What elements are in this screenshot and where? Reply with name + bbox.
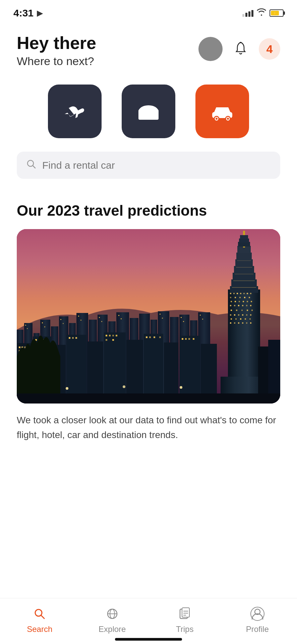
svg-point-160 [180, 386, 182, 389]
svg-rect-105 [233, 293, 235, 294]
svg-rect-147 [242, 322, 243, 324]
svg-rect-50 [200, 315, 201, 316]
svg-rect-154 [237, 260, 251, 261]
nav-trips[interactable]: Trips [165, 605, 205, 634]
search-input[interactable] [42, 160, 271, 171]
nav-profile[interactable]: Profile [237, 605, 278, 634]
search-nav-icon [31, 605, 48, 623]
svg-rect-59 [144, 334, 163, 404]
svg-rect-41 [80, 320, 81, 321]
search-bar-container[interactable] [17, 152, 280, 179]
svg-rect-36 [42, 322, 43, 323]
svg-rect-88 [188, 338, 190, 340]
cars-button[interactable] [195, 85, 249, 138]
search-section [0, 148, 297, 189]
svg-rect-113 [239, 297, 241, 298]
svg-rect-34 [25, 325, 26, 326]
svg-rect-85 [159, 336, 161, 338]
predictions-title: Our 2023 travel predictions [17, 202, 280, 219]
svg-rect-124 [238, 305, 239, 306]
svg-rect-83 [149, 336, 151, 338]
svg-rect-63 [19, 346, 20, 348]
svg-rect-149 [250, 322, 251, 324]
svg-rect-43 [101, 321, 102, 322]
nav-search[interactable]: Search [19, 605, 60, 634]
svg-rect-78 [112, 335, 114, 336]
svg-rect-38 [60, 319, 61, 320]
svg-point-158 [66, 387, 68, 390]
search-bar-icon [26, 159, 36, 171]
svg-rect-143 [249, 318, 251, 320]
svg-rect-112 [235, 297, 236, 298]
notification-button[interactable] [231, 39, 251, 59]
explore-nav-label: Explore [99, 625, 126, 634]
svg-point-8 [216, 118, 218, 120]
home-indicator [115, 638, 182, 641]
svg-point-159 [123, 385, 125, 388]
hotels-button[interactable] [122, 85, 175, 138]
explore-nav-icon [104, 605, 121, 623]
svg-rect-136 [242, 314, 243, 316]
svg-rect-140 [235, 318, 237, 320]
signal-bar-1 [242, 14, 244, 17]
notification-badge[interactable]: 4 [259, 38, 280, 60]
svg-rect-74 [72, 337, 74, 339]
svg-rect-137 [246, 314, 247, 316]
svg-rect-118 [239, 301, 240, 302]
avatar [198, 37, 223, 61]
svg-rect-57 [104, 332, 126, 404]
svg-rect-146 [238, 322, 239, 324]
predictions-description: We took a closer look at our data to fin… [17, 413, 280, 442]
svg-rect-39 [63, 323, 64, 324]
svg-rect-97 [236, 253, 252, 260]
svg-rect-129 [236, 310, 237, 311]
svg-rect-132 [251, 310, 253, 311]
signal-bar-2 [245, 13, 247, 17]
predictions-image [17, 229, 280, 404]
svg-rect-106 [237, 293, 238, 294]
svg-rect-151 [233, 280, 255, 281]
svg-rect-87 [185, 338, 187, 340]
svg-rect-111 [230, 297, 231, 298]
svg-rect-4 [142, 116, 155, 120]
svg-rect-138 [250, 314, 251, 316]
svg-rect-3 [151, 112, 156, 115]
svg-rect-120 [247, 301, 248, 302]
status-time: 4:31 [13, 7, 34, 19]
trips-nav-label: Trips [176, 625, 193, 634]
svg-rect-103 [240, 235, 248, 239]
flights-button[interactable] [48, 85, 102, 138]
svg-rect-81 [112, 339, 114, 341]
svg-rect-125 [242, 305, 243, 306]
svg-rect-35 [27, 328, 28, 329]
nav-explore[interactable]: Explore [92, 605, 132, 634]
svg-rect-114 [244, 297, 245, 298]
svg-rect-45 [121, 318, 122, 319]
svg-rect-104 [230, 293, 231, 294]
svg-rect-119 [243, 301, 244, 302]
profile-nav-icon [249, 605, 266, 623]
svg-rect-47 [162, 318, 163, 319]
svg-rect-76 [106, 335, 107, 336]
wifi-icon [257, 8, 266, 18]
svg-rect-150 [232, 287, 256, 288]
status-icons: ⚡ [242, 8, 284, 18]
svg-rect-10 [217, 110, 228, 113]
svg-rect-110 [250, 293, 251, 294]
header: Hey there Where to next? 4 [0, 23, 297, 74]
svg-rect-128 [231, 310, 232, 311]
profile-nav-label: Profile [246, 625, 269, 634]
svg-rect-126 [246, 305, 247, 306]
svg-rect-84 [154, 336, 155, 338]
svg-point-0 [240, 42, 241, 43]
status-bar: 4:31 ▶ ⚡ [0, 0, 297, 23]
svg-rect-139 [231, 318, 232, 320]
signal-bar-4 [251, 10, 253, 17]
svg-rect-153 [236, 267, 252, 268]
svg-rect-135 [238, 314, 239, 316]
predictions-section: Our 2023 travel predictions [0, 189, 297, 449]
svg-rect-42 [99, 317, 100, 318]
category-section [0, 74, 297, 148]
bottom-nav: Search Explore Trips [0, 598, 297, 644]
svg-rect-61 [179, 336, 200, 404]
